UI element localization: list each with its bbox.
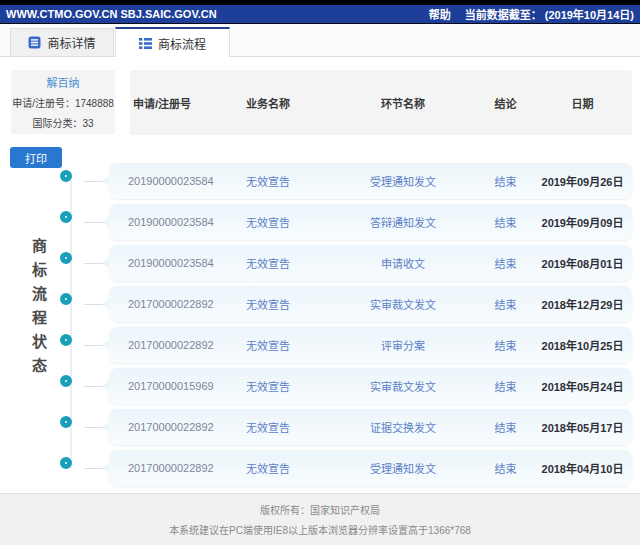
row-reg-no: 20190000023584	[109, 257, 208, 269]
timeline-connector	[84, 345, 103, 346]
print-button[interactable]: 打印	[10, 147, 62, 168]
row-reg-no: 20190000023584	[109, 216, 208, 228]
timeline-connector	[84, 386, 103, 387]
row-date: 2018年10月25日	[533, 337, 632, 353]
flow-row[interactable]: 20170000015969无效宣告实审裁文发文结束2018年05月24日	[109, 368, 632, 404]
row-date: 2018年05月24日	[533, 378, 632, 394]
list-icon	[139, 37, 152, 50]
row-conclusion: 结束	[478, 296, 533, 312]
timeline-connector	[84, 427, 103, 428]
column-header-date: 日期	[533, 95, 632, 111]
timeline-connector	[84, 222, 103, 223]
row-business: 无效宣告	[208, 419, 328, 435]
row-conclusion: 结束	[478, 337, 533, 353]
row-bubble-tail-icon	[102, 176, 109, 186]
timeline-node-icon	[60, 252, 72, 264]
flow-row[interactable]: 20170000022892无效宣告实审裁文发文结束2018年12月29日	[109, 286, 632, 322]
international-class: 国际分类：33	[32, 115, 93, 130]
timeline-node-icon	[60, 293, 72, 305]
row-reg-no: 20170000022892	[109, 298, 208, 310]
row-business: 无效宣告	[208, 337, 328, 353]
row-step: 证据交换发文	[328, 419, 478, 435]
flow-row[interactable]: 20170000022892无效宣告评审分案结束2018年10月25日	[109, 327, 632, 363]
row-step: 评审分案	[328, 337, 478, 353]
timeline-node-icon	[60, 334, 72, 346]
row-business: 无效宣告	[208, 378, 328, 394]
flow-status-vertical-label: 商标流程状态	[28, 238, 49, 382]
trademark-info-panel: 解百纳 申请/注册号：1748888 国际分类：33	[11, 70, 115, 134]
data-as-of-label: 当前数据截至： (2019年10月14日)	[465, 6, 634, 22]
row-conclusion: 结束	[478, 173, 533, 189]
flow-rows-container: 20190000023584无效宣告受理通知发文结束2019年09月26日201…	[109, 163, 632, 491]
row-bubble-tail-icon	[102, 463, 109, 473]
row-conclusion: 结束	[478, 419, 533, 435]
row-date: 2018年04月10日	[533, 460, 632, 476]
timeline-connector	[84, 263, 103, 264]
row-step: 受理通知发文	[328, 460, 478, 476]
timeline-node-icon	[60, 170, 72, 182]
row-reg-no: 20170000022892	[109, 462, 208, 474]
help-link[interactable]: 帮助	[429, 6, 451, 22]
timeline-node-icon	[60, 211, 72, 223]
timeline-connector	[84, 181, 103, 182]
row-bubble-tail-icon	[102, 258, 109, 268]
column-header-business: 业务名称	[208, 95, 328, 111]
row-conclusion: 结束	[478, 378, 533, 394]
row-bubble-tail-icon	[102, 217, 109, 227]
row-conclusion: 结束	[478, 460, 533, 476]
row-reg-no: 20170000022892	[109, 421, 208, 433]
copyright-line: 版权所有：国家知识产权局	[260, 502, 380, 517]
flow-row[interactable]: 20190000023584无效宣告答辩通知发文结束2019年09月09日	[109, 204, 632, 240]
browser-advice-line: 本系统建议在PC端使用IE8以上版本浏览器分辨率设置高于1366*768	[169, 522, 471, 537]
trademark-name[interactable]: 解百纳	[47, 74, 80, 90]
row-step: 实审裁文发文	[328, 296, 478, 312]
flow-row[interactable]: 20190000023584无效宣告受理通知发文结束2019年09月26日	[109, 163, 632, 199]
flow-row[interactable]: 20190000023584无效宣告申请收文结束2019年08月01日	[109, 245, 632, 281]
timeline-connector	[84, 468, 103, 469]
timeline-node-icon	[60, 457, 72, 469]
tab-bar: 商标详情 商标流程	[0, 24, 640, 57]
tab-trademark-details[interactable]: 商标详情	[10, 28, 114, 56]
column-header-reg-no: 申请/注册号	[130, 95, 208, 111]
row-business: 无效宣告	[208, 173, 328, 189]
row-business: 无效宣告	[208, 296, 328, 312]
site-header-bar: WWW.CTMO.GOV.CN SBJ.SAIC.GOV.CN 帮助 当前数据截…	[0, 5, 640, 24]
timeline-node-icon	[60, 416, 72, 428]
row-reg-no: 20170000015969	[109, 380, 208, 392]
row-business: 无效宣告	[208, 214, 328, 230]
timeline-connector	[84, 304, 103, 305]
tab-label: 商标详情	[47, 34, 95, 51]
row-step: 答辩通知发文	[328, 214, 478, 230]
row-bubble-tail-icon	[102, 422, 109, 432]
tab-trademark-flow[interactable]: 商标流程	[115, 27, 230, 57]
registration-number: 申请/注册号：1748888	[12, 95, 114, 110]
row-reg-no: 20170000022892	[109, 339, 208, 351]
tab-label: 商标流程	[158, 35, 206, 52]
row-reg-no: 20190000023584	[109, 175, 208, 187]
row-bubble-tail-icon	[102, 381, 109, 391]
row-conclusion: 结束	[478, 214, 533, 230]
row-conclusion: 结束	[478, 255, 533, 271]
row-business: 无效宣告	[208, 460, 328, 476]
row-date: 2018年12月29日	[533, 296, 632, 312]
row-date: 2018年05月17日	[533, 419, 632, 435]
page-footer: 版权所有：国家知识产权局 本系统建议在PC端使用IE8以上版本浏览器分辨率设置高…	[0, 493, 640, 545]
row-date: 2019年09月09日	[533, 214, 632, 230]
document-icon	[28, 36, 41, 49]
timeline-node-icon	[60, 375, 72, 387]
row-bubble-tail-icon	[102, 299, 109, 309]
flow-row[interactable]: 20170000022892无效宣告受理通知发文结束2018年04月10日	[109, 450, 632, 486]
row-date: 2019年09月26日	[533, 173, 632, 189]
column-header-step: 环节名称	[328, 95, 478, 111]
row-bubble-tail-icon	[102, 340, 109, 350]
row-date: 2019年08月01日	[533, 255, 632, 271]
flow-row[interactable]: 20170000022892无效宣告证据交换发文结束2018年05月17日	[109, 409, 632, 445]
row-step: 申请收文	[328, 255, 478, 271]
table-header-row: 申请/注册号 业务名称 环节名称 结论 日期	[130, 70, 632, 135]
column-header-conclusion: 结论	[478, 95, 533, 111]
row-business: 无效宣告	[208, 255, 328, 271]
row-step: 实审裁文发文	[328, 378, 478, 394]
site-title: WWW.CTMO.GOV.CN SBJ.SAIC.GOV.CN	[6, 8, 217, 20]
row-step: 受理通知发文	[328, 173, 478, 189]
